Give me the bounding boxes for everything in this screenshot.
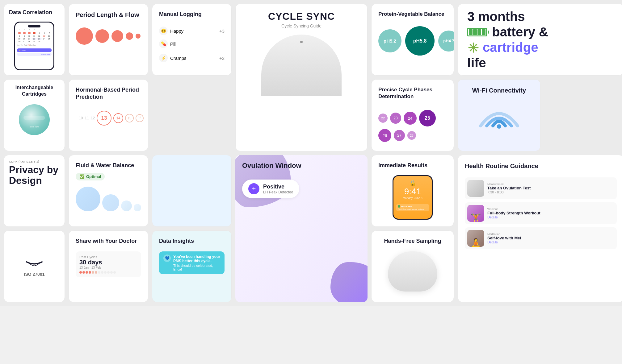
health-routine-card: Health Routine Guidance Measurement Take…: [458, 155, 622, 302]
cycle-num-10: 10: [79, 116, 83, 120]
battery-months: 3 months: [467, 9, 548, 24]
time-display: 9:41: [404, 187, 421, 196]
ph-bubble-2: pH5.8: [405, 26, 435, 56]
pill-icon: 💊: [159, 39, 168, 48]
bubble-area: [76, 187, 141, 211]
health-items-list: Measurement Take an Ovulation Test 7:30 …: [465, 177, 617, 249]
phase-dot-23: 23: [390, 113, 401, 124]
past-cycles-date: 13 Jan - 13 Feb: [79, 266, 137, 269]
insight-main-text: You've been handling your PMS better thi…: [173, 254, 220, 263]
manual-logging-title: Manual Logging: [159, 11, 202, 18]
life-text: life: [467, 56, 548, 70]
phase-dot-24: 24: [404, 112, 417, 125]
data-correlation-title: Data Correlation: [9, 9, 52, 16]
immediate-results-card: Immediate Results 🔒 9:41 Monday, June 3 …: [371, 155, 454, 227]
dot-r4: [89, 271, 91, 274]
wifi-card: Wi-Fi Connectivity: [458, 79, 540, 151]
notification: HEALTH MATE Your U-Scan results are now …: [396, 204, 429, 211]
dot-r3: [86, 271, 88, 274]
past-cycles-label: Past Cycles: [79, 255, 137, 259]
hormonal-title: Hormonal-Based Period Prediction: [76, 86, 141, 101]
period-flow-card: Period Length & Flow: [69, 4, 148, 76]
data-insights-card: Data Insights 💙 You've been handling you…: [152, 230, 232, 302]
svg-point-0: [497, 124, 501, 129]
cramps-icon: ⚡: [159, 54, 168, 62]
bubble-lg: [76, 187, 100, 211]
meditation-thumb: 🧘: [467, 230, 484, 247]
flow-dot-1: [76, 27, 93, 45]
dot-r2: [82, 271, 85, 274]
cramps-label: Cramps: [170, 56, 187, 61]
phase-dot-28: 28: [407, 131, 416, 140]
dot-r10: [107, 271, 110, 274]
device-cup: [388, 251, 437, 292]
bubble-md: [102, 194, 119, 211]
ph-bubbles-container: pH5.2 pH5.8 pH4.7: [378, 26, 454, 56]
wifi-title: Wi-Fi Connectivity: [472, 86, 526, 94]
cartridge-image: cycle sync: [19, 104, 50, 135]
cycle-num-14: 14: [113, 113, 123, 123]
device-dot: [300, 41, 303, 43]
battery-and-text: battery &: [492, 25, 548, 39]
bubble-sm2: [134, 204, 141, 211]
happy-label: Happy: [170, 28, 183, 34]
data-insights-placeholder: [152, 155, 232, 227]
insight-message: 💙 You've been handling your PMS better t…: [159, 251, 225, 274]
dot-r1: [79, 271, 82, 274]
optimal-badge: ✅ Optimal: [76, 173, 105, 180]
dot-r11: [110, 271, 113, 274]
cycle-sync-card: CYCLE SYNC Cycle Syncing Guide: [235, 4, 368, 151]
hormonal-card: Hormonal-Based Period Prediction 10 11 1…: [69, 79, 148, 151]
phone-result: 🔒 9:41 Monday, June 3 HEALTH MATE Your U…: [393, 175, 433, 220]
happy-icon: 😊: [159, 27, 168, 35]
phone-mockup: 1 2 3 4 5 6 7 8: [14, 22, 54, 70]
dot-r6: [95, 271, 97, 274]
dot-r12: [113, 271, 116, 274]
gdpr-label: GDPR (ARTICLE 3-1): [9, 160, 39, 163]
workout-details: Details: [487, 215, 540, 219]
flow-dots-container: [76, 27, 141, 45]
meditation-type: Meditation: [487, 233, 521, 236]
precise-cycle-card: Precise Cycle Phases Determination 22 23…: [371, 79, 454, 151]
past-cycles-days: 30 days: [79, 259, 137, 266]
flow-dot-3: [111, 30, 123, 42]
hands-free-card: Hands-Free Sampling: [371, 230, 454, 302]
plus-circle-icon: +: [248, 183, 259, 194]
dot-r8: [101, 271, 103, 274]
dots-row: [79, 271, 137, 274]
cycle-numbers-row: 10 11 12 13 14 15 16: [76, 111, 147, 126]
cycle-sync-title: CYCLE SYNC: [268, 11, 335, 22]
flow-dot-4: [126, 32, 133, 40]
privacy-card: GDPR (ARTICLE 3-1) Privacy by Design: [4, 155, 65, 227]
ph-bubble-1: pH5.2: [378, 29, 401, 52]
log-items-list: 😊 Happy +3 💊 Pill ⚡ Cramps +2: [159, 27, 225, 62]
cartridges-title: Interchangeable Cartridges: [9, 85, 60, 97]
protein-veg-title: Protein-Vegetable Balance: [378, 11, 444, 18]
cartridges-card: Interchangeable Cartridges cycle sync: [4, 79, 65, 151]
log-item-pill: 💊 Pill: [159, 39, 225, 48]
positive-row: + Positive LH Peak Detected: [242, 180, 299, 198]
insight-sub-text: This should be celebrated, Erica!: [173, 264, 220, 271]
manual-logging-card: Manual Logging 😊 Happy +3 💊 Pill ⚡ Cramp…: [152, 4, 232, 76]
check-icon: ✅: [79, 174, 84, 179]
health-item-meditation: 🧘 Meditation Self-love with Mel Details: [465, 227, 617, 249]
positive-status: Positive: [263, 184, 293, 190]
cycle-num-12: 12: [91, 116, 95, 120]
meditation-details: Details: [487, 240, 521, 244]
cramps-value: +2: [219, 56, 225, 61]
fluid-title: Fluid & Water Balance: [76, 162, 134, 169]
iso-label: ISO 27001: [24, 272, 45, 277]
data-insights-title: Data Insights: [159, 238, 194, 245]
ovulation-title: Ovulation Window: [242, 162, 301, 170]
happy-value: +3: [219, 28, 225, 34]
share-doctor-card: Share with Your Doctor Past Cycles 30 da…: [69, 230, 148, 302]
lh-peak-detail: LH Peak Detected: [263, 190, 293, 194]
precise-cycle-title: Precise Cycle Phases Determination: [378, 86, 447, 100]
immediate-results-title: Immediate Results: [378, 162, 427, 169]
battery-icon: [467, 28, 489, 36]
log-item-happy: 😊 Happy +3: [159, 27, 225, 35]
ovulation-blob-2: [330, 262, 368, 302]
workout-thumb: 🏋️: [467, 205, 484, 222]
cycle-num-16: 16: [136, 114, 144, 122]
battery-card: 3 months battery & ✳️ cartridge life: [458, 4, 622, 76]
